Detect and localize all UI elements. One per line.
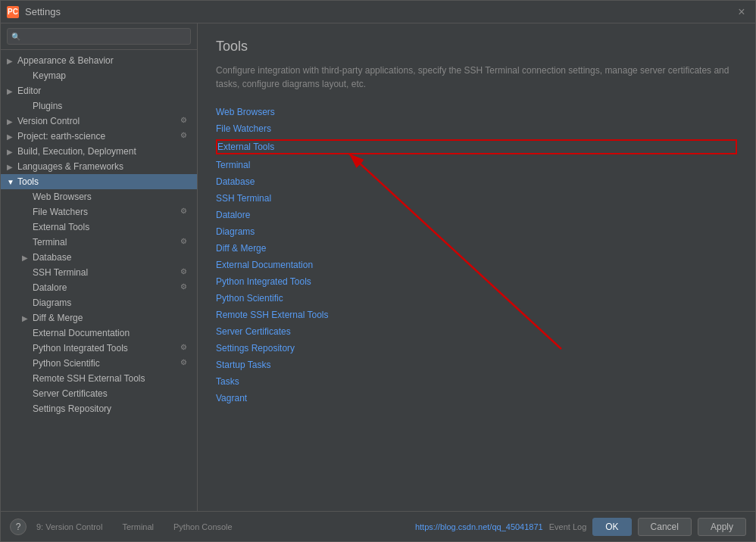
- sidebar-item-label: Tools: [17, 176, 39, 187]
- sidebar-item-label: Diagrams: [33, 297, 71, 308]
- sidebar-item-label: Terminal: [33, 237, 67, 248]
- arrow-icon: ▶: [22, 254, 33, 262]
- bottom-bar: ? 9: Version Control Terminal Python Con…: [1, 511, 755, 541]
- apply-button[interactable]: Apply: [698, 518, 746, 536]
- panel-description: Configure integration with third-party a…: [216, 64, 737, 91]
- arrow-icon: ▶: [7, 57, 17, 65]
- badge-icon: ⚙: [180, 131, 191, 142]
- sidebar-item-label: External Tools: [33, 222, 89, 232]
- link-diff-merge[interactable]: Diff & Merge: [216, 242, 737, 254]
- link-startup-tasks[interactable]: Startup Tasks: [216, 359, 737, 371]
- sidebar-item-file-watchers[interactable]: File Watchers ⚙: [1, 204, 197, 220]
- sidebar-item-version-control[interactable]: ▶ Version Control ⚙: [1, 114, 197, 129]
- badge-icon: ⚙: [180, 237, 191, 248]
- sidebar-item-label: Settings Repository: [33, 403, 111, 414]
- badge-icon: ⚙: [180, 116, 191, 126]
- sidebar-item-external-documentation[interactable]: External Documentation: [1, 326, 197, 341]
- tab-label: Python Console: [173, 522, 233, 531]
- tab-label: Terminal: [122, 522, 154, 531]
- link-ssh-terminal[interactable]: SSH Terminal: [216, 192, 737, 204]
- sidebar-item-label: Editor: [17, 86, 41, 96]
- link-remote-ssh[interactable]: Remote SSH External Tools: [216, 309, 737, 321]
- event-log-label: Event Log: [549, 522, 587, 531]
- sidebar-item-label: Python Scientific: [33, 358, 100, 369]
- sidebar-item-build-execution[interactable]: ▶ Build, Execution, Deployment: [1, 144, 197, 159]
- sidebar-item-label: Database: [33, 252, 71, 263]
- sidebar-item-datalore[interactable]: Datalore ⚙: [1, 280, 197, 295]
- link-external-documentation[interactable]: External Documentation: [216, 259, 737, 271]
- sidebar-item-diff-merge[interactable]: ▶ Diff & Merge: [1, 310, 197, 326]
- arrow-icon: ▶: [7, 163, 17, 171]
- link-terminal[interactable]: Terminal: [216, 159, 737, 171]
- help-button[interactable]: ?: [10, 519, 27, 535]
- app-icon: PC: [7, 6, 19, 18]
- bottom-tabs: 9: Version Control Terminal Python Conso…: [27, 519, 415, 535]
- sidebar-item-appearance-behavior[interactable]: ▶ Appearance & Behavior: [1, 53, 197, 68]
- sidebar-item-label: Diff & Merge: [33, 313, 83, 323]
- link-tasks[interactable]: Tasks: [216, 375, 737, 388]
- app-icon-text: PC: [8, 8, 18, 16]
- sidebar-item-tools[interactable]: ▼ Tools: [1, 174, 197, 189]
- arrow-icon: ▶: [7, 87, 17, 95]
- sidebar-item-remote-ssh[interactable]: Remote SSH External Tools: [1, 371, 197, 386]
- sidebar-item-label: Server Certificates: [33, 388, 108, 399]
- settings-window: PC Settings × ▶ Appearance & Behavior: [0, 0, 756, 542]
- link-settings-repository[interactable]: Settings Repository: [216, 342, 737, 354]
- arrow-icon: ▶: [7, 148, 17, 156]
- sidebar-item-plugins[interactable]: Plugins: [1, 98, 197, 114]
- search-input[interactable]: [7, 28, 191, 45]
- badge-icon: ⚙: [180, 358, 191, 369]
- sidebar-item-settings-repository[interactable]: Settings Repository: [1, 401, 197, 416]
- sidebar-item-database[interactable]: ▶ Database: [1, 250, 197, 265]
- main-content: ▶ Appearance & Behavior Keymap ▶ Editor …: [1, 23, 755, 511]
- sidebar-item-python-integrated-tools[interactable]: Python Integrated Tools ⚙: [1, 341, 197, 356]
- tab-terminal[interactable]: Terminal: [112, 519, 164, 535]
- tab-label: 9: Version Control: [36, 522, 102, 531]
- url-bar: https://blog.csdn.net/qq_45041871: [415, 522, 543, 531]
- panel-title: Tools: [216, 39, 737, 55]
- tab-version-control[interactable]: 9: Version Control: [27, 519, 112, 535]
- sidebar-item-ssh-terminal[interactable]: SSH Terminal ⚙: [1, 265, 197, 280]
- link-database[interactable]: Database: [216, 176, 737, 188]
- sidebar-item-languages-frameworks[interactable]: ▶ Languages & Frameworks: [1, 159, 197, 174]
- sidebar-item-label: Languages & Frameworks: [17, 161, 123, 172]
- close-button[interactable]: ×: [734, 5, 749, 20]
- sidebar-item-label: Plugins: [33, 101, 62, 111]
- sidebar-item-label: Datalore: [33, 282, 67, 293]
- arrow-icon: ▼: [7, 178, 17, 186]
- sidebar-item-label: Build, Execution, Deployment: [17, 146, 136, 157]
- search-box: [1, 23, 197, 50]
- sidebar-item-label: Python Integrated Tools: [33, 343, 128, 354]
- sidebar-item-label: File Watchers: [33, 207, 88, 217]
- link-python-scientific[interactable]: Python Scientific: [216, 292, 737, 304]
- sidebar-item-label: External Documentation: [33, 328, 130, 338]
- sidebar-item-diagrams[interactable]: Diagrams: [1, 295, 197, 310]
- sidebar-item-server-certificates[interactable]: Server Certificates: [1, 386, 197, 401]
- sidebar-item-terminal[interactable]: Terminal ⚙: [1, 235, 197, 250]
- link-server-certificates[interactable]: Server Certificates: [216, 326, 737, 338]
- sidebar-item-project[interactable]: ▶ Project: earth-science ⚙: [1, 129, 197, 144]
- sidebar-item-web-browsers[interactable]: Web Browsers: [1, 189, 197, 204]
- link-vagrant[interactable]: Vagrant: [216, 392, 737, 404]
- sidebar-item-external-tools[interactable]: External Tools: [1, 220, 197, 235]
- sidebar-item-editor[interactable]: ▶ Editor: [1, 83, 197, 98]
- ok-button[interactable]: OK: [592, 518, 631, 536]
- badge-icon: ⚙: [180, 282, 191, 293]
- cancel-button[interactable]: Cancel: [638, 518, 692, 536]
- search-wrapper: [7, 28, 191, 45]
- badge-icon: ⚙: [180, 207, 191, 217]
- tab-python-console[interactable]: Python Console: [164, 519, 242, 535]
- link-external-tools[interactable]: External Tools: [216, 139, 737, 154]
- sidebar-item-label: Project: earth-science: [17, 131, 105, 142]
- link-file-watchers[interactable]: File Watchers: [216, 123, 737, 135]
- link-datalore[interactable]: Datalore: [216, 209, 737, 221]
- right-panel: Tools Configure integration with third-p…: [198, 23, 755, 511]
- link-web-browsers[interactable]: Web Browsers: [216, 106, 737, 118]
- sidebar-item-label: Keymap: [33, 70, 66, 81]
- sidebar-item-python-scientific[interactable]: Python Scientific ⚙: [1, 356, 197, 371]
- sidebar-item-keymap[interactable]: Keymap: [1, 68, 197, 83]
- badge-icon: ⚙: [180, 343, 191, 354]
- link-python-integrated-tools[interactable]: Python Integrated Tools: [216, 276, 737, 288]
- arrow-icon: ▶: [7, 132, 17, 141]
- link-diagrams[interactable]: Diagrams: [216, 226, 737, 238]
